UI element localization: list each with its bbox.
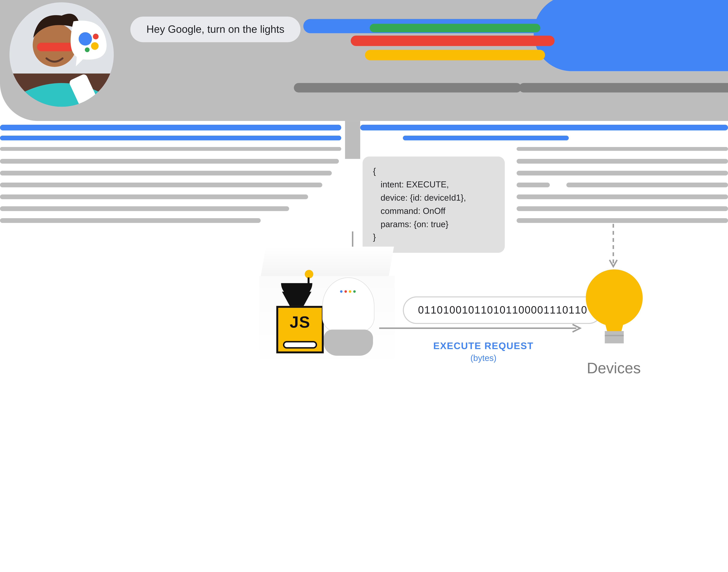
payload-channel: [345, 121, 360, 159]
arrow-right-icon: [379, 325, 583, 334]
svg-point-8: [85, 48, 90, 52]
decor-bar: [370, 24, 540, 32]
google-home-device-icon: ●●●●: [322, 277, 375, 358]
decor-stripe: [0, 171, 332, 175]
svg-point-6: [93, 33, 98, 39]
decor-stripe: [0, 206, 289, 211]
decor-stripe: [0, 218, 261, 223]
devices-label: Devices: [564, 359, 664, 377]
decor-bar: [294, 83, 521, 92]
decor-stripe: [516, 159, 728, 164]
decor-stripe: [0, 136, 341, 140]
svg-point-5: [79, 32, 92, 46]
user-utterance-bubble: Hey Google, turn on the lights: [130, 17, 301, 42]
svg-rect-3: [37, 43, 74, 51]
decor-stripe: [0, 147, 341, 151]
decor-bar: [351, 35, 555, 46]
decor-stripe: [516, 147, 728, 151]
decor-stripe: [0, 125, 341, 130]
decor-stripe: [0, 183, 322, 187]
local-sdk-js-icon: JS: [276, 292, 324, 353]
payload-line: device: {id: deviceId1},: [373, 192, 494, 205]
execute-request-sublabel: (bytes): [393, 353, 573, 363]
binary-stream-pill: 011010010110101100001110110: [403, 296, 602, 324]
intent-payload-box: { intent: EXECUTE, device: {id: deviceId…: [362, 156, 505, 253]
js-label: JS: [276, 313, 324, 332]
decor-stripe: [360, 125, 728, 130]
arrow-dashed-down-icon: [610, 224, 619, 271]
decor-bar: [365, 50, 545, 60]
decor-stripe: [516, 171, 728, 175]
decor-bar: [519, 83, 728, 92]
google-cloud-shape: [534, 0, 728, 71]
payload-line: {: [373, 165, 494, 178]
payload-line: }: [373, 231, 494, 244]
decor-stripe: [516, 195, 728, 199]
user-avatar: [9, 2, 114, 106]
decor-stripe: [516, 218, 728, 223]
svg-point-7: [91, 42, 98, 50]
decor-stripe: [403, 136, 569, 140]
decor-stripe: [516, 183, 550, 187]
decor-stripe: [0, 159, 339, 164]
payload-line: intent: EXECUTE,: [373, 178, 494, 192]
execute-request-label: EXECUTE REQUEST: [393, 341, 573, 351]
lightbulb-device-icon: [586, 269, 643, 350]
decor-stripe: [0, 195, 308, 199]
payload-line: command: OnOff: [373, 205, 494, 218]
payload-line: params: {on: true}: [373, 218, 494, 231]
decor-stripe: [516, 206, 728, 211]
decor-stripe: [566, 183, 728, 187]
